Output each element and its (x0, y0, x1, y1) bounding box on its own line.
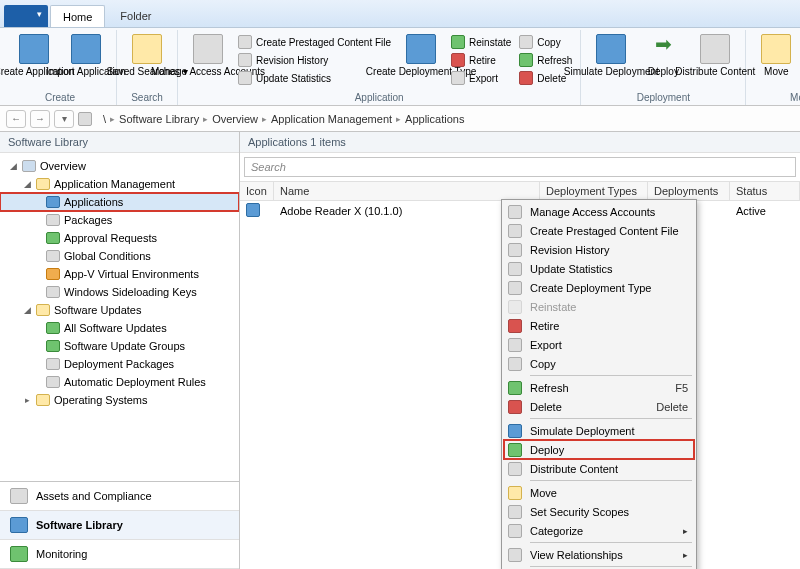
ctx-set-security-scopes[interactable]: Set Security Scopes (504, 502, 694, 521)
reinstate-icon (508, 300, 522, 314)
tree-overview-label: Overview (40, 160, 86, 172)
ctx-reinstate-label: Reinstate (530, 301, 688, 313)
col-deployments[interactable]: Deployments (648, 182, 730, 200)
prestaged-icon (508, 224, 522, 238)
move-icon (508, 486, 522, 500)
tab-folder[interactable]: Folder (107, 4, 164, 27)
nav-back-button[interactable]: ← (6, 110, 26, 128)
overview-icon (22, 160, 36, 172)
tree-appv[interactable]: App-V Virtual Environments (0, 265, 239, 283)
breadcrumb-1[interactable]: Software Library (118, 113, 200, 125)
create-deploy-type-button[interactable]: Create Deployment Type (397, 32, 445, 77)
create-application-icon (19, 34, 49, 64)
ctx-separator (530, 566, 692, 567)
ctx-distribute-content[interactable]: Distribute Content (504, 459, 694, 478)
nav-dropdown-button[interactable]: ▾ (54, 110, 74, 128)
delete-icon (519, 71, 533, 85)
tree-sideloading-keys[interactable]: Windows Sideloading Keys (0, 283, 239, 301)
ctx-categorize[interactable]: Categorize▸ (504, 521, 694, 540)
breadcrumb-2[interactable]: Overview (211, 113, 259, 125)
export-icon (508, 338, 522, 352)
ctx-simulate-deployment[interactable]: Simulate Deployment (504, 421, 694, 440)
ctx-separator (530, 542, 692, 543)
col-status[interactable]: Status (730, 182, 800, 200)
deploy-label: Deploy (648, 66, 679, 77)
export-button[interactable]: Export (449, 70, 513, 86)
tree-app-management[interactable]: ◢Application Management (0, 175, 239, 193)
ctx-revision-label: Revision History (530, 244, 688, 256)
nav-forward-button[interactable]: → (30, 110, 50, 128)
breadcrumb-root[interactable]: \ (102, 113, 107, 125)
tree-global-conditions[interactable]: Global Conditions (0, 247, 239, 265)
tree-operating-systems[interactable]: ▸Operating Systems (0, 391, 239, 409)
col-name[interactable]: Name (274, 182, 540, 200)
distribute-icon (508, 462, 522, 476)
reinstate-button[interactable]: Reinstate (449, 34, 513, 50)
ctx-categorize-label: Categorize (530, 525, 675, 537)
manage-access-button[interactable]: Manage Access Accounts (184, 32, 232, 77)
ctx-revision[interactable]: Revision History (504, 240, 694, 259)
tree-applications[interactable]: Applications (0, 193, 239, 211)
search-input[interactable]: Search (244, 157, 796, 177)
col-icon[interactable]: Icon (240, 182, 274, 200)
prestaged-button[interactable]: Create Prestaged Content File (236, 34, 393, 50)
ribbon-group-create-label: Create (45, 91, 75, 103)
categorize-icon (508, 524, 522, 538)
left-panel: Software Library ◢Overview ◢Application … (0, 132, 240, 569)
ctx-export[interactable]: Export (504, 335, 694, 354)
tree-swupdates-label: Software Updates (54, 304, 141, 316)
simulate-deployment-button[interactable]: Simulate Deployment (587, 32, 635, 77)
ctx-deploy[interactable]: Deploy (504, 440, 694, 459)
move-button[interactable]: Move (752, 32, 800, 77)
copy-icon (508, 357, 522, 371)
tree-overview[interactable]: ◢Overview (0, 157, 239, 175)
ctx-prestaged[interactable]: Create Prestaged Content File (504, 221, 694, 240)
ctx-copy[interactable]: Copy (504, 354, 694, 373)
retire-icon (508, 319, 522, 333)
ctx-view-relationships[interactable]: View Relationships▸ (504, 545, 694, 564)
distribute-content-button[interactable]: Distribute Content (691, 32, 739, 77)
tree-software-updates[interactable]: ◢Software Updates (0, 301, 239, 319)
import-application-button[interactable]: Import Application (62, 32, 110, 77)
ctx-create-deployment-type[interactable]: Create Deployment Type (504, 278, 694, 297)
tree-packages[interactable]: Packages (0, 211, 239, 229)
ctx-move[interactable]: Move (504, 483, 694, 502)
ctx-refresh[interactable]: RefreshF5 (504, 378, 694, 397)
tree-all-software-updates[interactable]: All Software Updates (0, 319, 239, 337)
col-deployment-types[interactable]: Deployment Types (540, 182, 648, 200)
deploy-pkgs-icon (46, 358, 60, 370)
breadcrumb[interactable]: \▸ Software Library▸ Overview▸ Applicati… (102, 113, 465, 125)
library-icon (10, 517, 28, 533)
breadcrumb-4[interactable]: Applications (404, 113, 465, 125)
export-icon (451, 71, 465, 85)
ctx-retire[interactable]: Retire (504, 316, 694, 335)
ribbon-group-deployment: Simulate Deployment Deploy Distribute Co… (581, 30, 746, 105)
create-deploy-type-icon (406, 34, 436, 64)
move-label: Move (764, 66, 788, 77)
copy-button[interactable]: Copy (517, 34, 574, 50)
sideload-icon (46, 286, 60, 298)
tree-update-groups[interactable]: Software Update Groups (0, 337, 239, 355)
deploy-icon (648, 34, 678, 64)
reinstate-icon (451, 35, 465, 49)
wunder-assets[interactable]: Assets and Compliance (0, 482, 239, 511)
breadcrumb-3[interactable]: Application Management (270, 113, 393, 125)
tree-deployment-packages[interactable]: Deployment Packages (0, 355, 239, 373)
row-status: Active (730, 203, 800, 219)
ctx-manage-access[interactable]: Manage Access Accounts (504, 202, 694, 221)
retire-button[interactable]: Retire (449, 52, 513, 68)
export-label: Export (469, 73, 498, 84)
tree-sideload-label: Windows Sideloading Keys (64, 286, 197, 298)
ctx-prestaged-label: Create Prestaged Content File (530, 225, 688, 237)
tree-auto-deployment-rules[interactable]: Automatic Deployment Rules (0, 373, 239, 391)
row-icon-cell (240, 201, 274, 221)
tab-home[interactable]: Home (50, 5, 105, 27)
app-menu-button[interactable] (4, 5, 48, 27)
approval-icon (46, 232, 60, 244)
tree-packages-label: Packages (64, 214, 112, 226)
wunder-monitoring[interactable]: Monitoring (0, 540, 239, 569)
ctx-delete[interactable]: DeleteDelete (504, 397, 694, 416)
ctx-update-statistics[interactable]: Update Statistics (504, 259, 694, 278)
tree-approval-requests[interactable]: Approval Requests (0, 229, 239, 247)
wunder-software-library[interactable]: Software Library (0, 511, 239, 540)
